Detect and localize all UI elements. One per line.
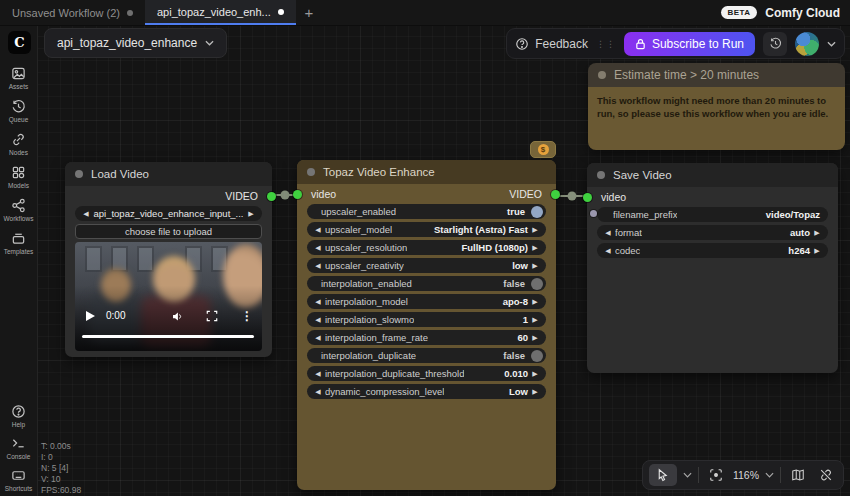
widget-interpolation-model[interactable]: ◀ interpolation_model apo-8 ▶ <box>307 294 546 309</box>
prev-arrow-icon[interactable]: ◀ <box>313 334 323 342</box>
next-arrow-icon[interactable]: ▶ <box>530 298 540 306</box>
sidebar-item-help[interactable]: Help <box>0 404 37 428</box>
sidebar-item-queue[interactable]: Queue <box>0 99 37 123</box>
notice-body: This workflow might need more than 20 mi… <box>588 87 845 150</box>
widget-interpolation-enabled[interactable]: interpolation_enabled false <box>307 276 546 291</box>
cursor-tool-button[interactable] <box>649 464 677 486</box>
widget-input-socket-filename-prefix[interactable] <box>590 210 597 217</box>
fit-view-button[interactable] <box>705 464 727 486</box>
tab-api-topaz-video-enhance[interactable]: api_topaz_video_enh... <box>145 0 296 25</box>
prev-arrow-icon[interactable]: ◀ <box>313 316 323 324</box>
widget-value: h264 <box>788 245 812 256</box>
output-socket-video[interactable] <box>551 190 560 199</box>
prev-arrow-icon[interactable]: ◀ <box>313 298 323 306</box>
player-progress-bar[interactable] <box>82 335 254 338</box>
widget-format[interactable]: ◀ format auto ▶ <box>597 225 828 240</box>
node-header[interactable]: Topaz Video Enhance <box>297 160 556 184</box>
prev-arrow-icon[interactable]: ◀ <box>313 370 323 378</box>
zoom-level[interactable]: 116% <box>733 469 759 481</box>
volume-icon[interactable] <box>171 310 184 323</box>
input-socket-video[interactable] <box>293 190 302 199</box>
widget-interpolation-duplicate-threshold[interactable]: ◀ interpolation_duplicate_threshold 0.01… <box>307 366 546 381</box>
feedback-button[interactable]: Feedback <box>515 37 588 51</box>
widget-upscaler-enabled[interactable]: upscaler_enabled true <box>307 204 546 219</box>
toggle-knob[interactable] <box>531 350 543 362</box>
sidebar-item-workflows[interactable]: Workflows <box>0 198 37 222</box>
notice-header[interactable]: Estimate time > 20 minutes <box>588 63 845 87</box>
widget-file-combo[interactable]: ◀ api_topaz_video_enhance_input_... ▶ <box>75 206 262 221</box>
player-menu-icon[interactable]: ⋮ <box>241 309 253 323</box>
collapse-dot[interactable] <box>597 171 605 179</box>
input-socket-video[interactable] <box>583 193 592 202</box>
widget-filename-prefix[interactable]: filename_prefix video/Topaz <box>597 207 828 222</box>
output-socket-video[interactable] <box>267 192 276 201</box>
node-load-video[interactable]: Load Video VIDEO ◀ api_topaz_video_enhan… <box>65 162 272 357</box>
widget-interpolation-slowmo[interactable]: ◀ interpolation_slowmo 1 ▶ <box>307 312 546 327</box>
sidebar-item-label: Console <box>7 453 31 460</box>
prev-arrow-icon[interactable]: ◀ <box>313 388 323 396</box>
widget-upscaler-creativity[interactable]: ◀ upscaler_creativity low ▶ <box>307 258 546 273</box>
collapse-dot[interactable] <box>75 170 83 178</box>
play-button[interactable] <box>86 311 95 321</box>
stat-line: FPS:60.98 <box>41 485 81 496</box>
widget-label: filename_prefix <box>613 209 677 220</box>
canvas-toolbar: 116% <box>642 460 844 490</box>
prev-arrow-icon[interactable]: ◀ <box>603 229 613 237</box>
prev-arrow-icon[interactable]: ◀ <box>313 244 323 252</box>
widget-dynamic-compression-level[interactable]: ◀ dynamic_compression_level Low ▶ <box>307 384 546 399</box>
account-chevron-down-icon[interactable] <box>827 41 836 47</box>
new-tab-button[interactable]: + <box>296 0 322 25</box>
toggle-links-button[interactable] <box>815 464 837 486</box>
next-arrow-icon[interactable]: ▶ <box>530 226 540 234</box>
next-arrow-icon[interactable]: ▶ <box>812 247 822 255</box>
minimap-button[interactable] <box>787 464 809 486</box>
node-header[interactable]: Save Video <box>587 163 838 187</box>
sidebar-item-nodes[interactable]: Nodes <box>0 132 37 156</box>
prev-arrow-icon[interactable]: ◀ <box>81 210 91 218</box>
next-arrow-icon[interactable]: ▶ <box>530 316 540 324</box>
node-topaz-video-enhance[interactable]: Topaz Video Enhance video VIDEO upscaler… <box>297 160 556 490</box>
sidebar-item-assets[interactable]: Assets <box>0 66 37 90</box>
run-history-button[interactable] <box>763 32 787 56</box>
widget-label: interpolation_enabled <box>321 278 412 289</box>
widget-upscaler-model[interactable]: ◀ upscaler_model Starlight (Astra) Fast … <box>307 222 546 237</box>
collapse-dot[interactable] <box>307 168 315 176</box>
tool-chevron-down-icon[interactable] <box>683 472 692 478</box>
next-arrow-icon[interactable]: ▶ <box>530 262 540 270</box>
next-arrow-icon[interactable]: ▶ <box>812 229 822 237</box>
prev-arrow-icon[interactable]: ◀ <box>313 262 323 270</box>
node-save-video[interactable]: Save Video video filename_prefix video/T… <box>587 163 838 373</box>
subscribe-to-run-button[interactable]: Subscribe to Run <box>624 32 755 56</box>
fullscreen-icon[interactable] <box>206 310 218 322</box>
next-arrow-icon[interactable]: ▶ <box>246 210 256 218</box>
next-arrow-icon[interactable]: ▶ <box>530 370 540 378</box>
toggle-knob[interactable] <box>531 278 543 290</box>
widget-upscaler-resolution[interactable]: ◀ upscaler_resolution FullHD (1080p) ▶ <box>307 240 546 255</box>
choose-file-button[interactable]: choose file to upload <box>75 224 262 239</box>
notice-collapse-dot[interactable] <box>598 71 606 79</box>
workflow-dropdown[interactable]: api_topaz_video_enhance <box>44 28 227 58</box>
sidebar-item-shortcuts[interactable]: Shortcuts <box>0 468 37 492</box>
widget-codec[interactable]: ◀ codec h264 ▶ <box>597 243 828 258</box>
zoom-chevron-down-icon[interactable] <box>765 472 774 478</box>
drag-handle[interactable]: ⋮⋮ <box>596 39 616 49</box>
widget-interpolation-duplicate[interactable]: interpolation_duplicate false <box>307 348 546 363</box>
node-header[interactable]: Load Video <box>65 162 272 186</box>
sidebar-item-templates[interactable]: Templates <box>0 231 37 255</box>
avatar[interactable] <box>795 32 819 56</box>
next-arrow-icon[interactable]: ▶ <box>530 334 540 342</box>
prev-arrow-icon[interactable]: ◀ <box>313 226 323 234</box>
player-time: 0:00 <box>106 310 125 321</box>
comfy-logo[interactable]: C <box>8 31 31 54</box>
tab-unsaved-workflow[interactable]: Unsaved Workflow (2) <box>0 0 145 25</box>
sidebar-item-console[interactable]: Console <box>0 436 37 460</box>
tab-bar: Unsaved Workflow (2) api_topaz_video_enh… <box>0 0 850 26</box>
video-preview[interactable]: 0:00 ⋮ <box>75 242 262 351</box>
prev-arrow-icon[interactable]: ◀ <box>603 247 613 255</box>
next-arrow-icon[interactable]: ▶ <box>530 244 540 252</box>
next-arrow-icon[interactable]: ▶ <box>530 388 540 396</box>
question-circle-icon <box>515 37 529 51</box>
widget-interpolation-frame-rate[interactable]: ◀ interpolation_frame_rate 60 ▶ <box>307 330 546 345</box>
sidebar-item-models[interactable]: Models <box>0 165 37 189</box>
toggle-knob[interactable] <box>531 206 543 218</box>
